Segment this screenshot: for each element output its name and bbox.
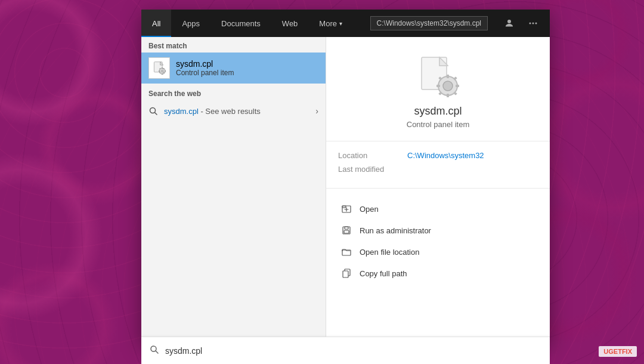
best-match-label: Best match [141, 37, 326, 53]
person-icon-btn[interactable] [500, 14, 519, 33]
detail-value-location[interactable]: C:\Windows\system32 [407, 151, 484, 160]
web-search-text: sysdm.cpl - See web results [164, 107, 309, 116]
web-search-item[interactable]: sysdm.cpl - See web results › [141, 101, 326, 121]
copy-icon [340, 267, 352, 279]
svg-rect-23 [436, 85, 440, 87]
bottom-search-text: sysdm.cpl [165, 346, 202, 356]
arrow-right-icon: › [315, 106, 318, 116]
svg-rect-8 [162, 73, 163, 75]
ellipsis-icon-btn[interactable] [524, 14, 543, 33]
svg-rect-22 [447, 94, 449, 97]
sysdm-large-icon [417, 55, 460, 98]
path-display: C:\Windows\system32\sysdm.cpl [370, 16, 488, 30]
action-open-location-label: Open file location [360, 248, 419, 257]
web-section-label: Search the web [141, 84, 326, 101]
action-copy-path-label: Copy full path [360, 269, 407, 278]
tab-more[interactable]: More ▾ [308, 10, 353, 37]
left-panel: Best match [141, 37, 326, 344]
chevron-down-icon: ▾ [339, 20, 342, 27]
nav-bar: All Apps Documents Web More ▾ C:\Windows… [141, 10, 550, 37]
search-window: All Apps Documents Web More ▾ C:\Windows… [141, 10, 550, 344]
best-match-text: sysdm.cpl Control panel item [176, 59, 234, 77]
detail-row-modified: Last modified [338, 165, 538, 174]
right-details: Location C:\Windows\system32 Last modifi… [326, 141, 550, 189]
main-content: Best match [141, 37, 550, 344]
tab-web[interactable]: Web [271, 10, 309, 37]
svg-point-20 [443, 81, 453, 91]
svg-point-0 [530, 23, 531, 24]
bottom-search-bar: sysdm.cpl [141, 337, 550, 364]
svg-rect-7 [162, 67, 163, 69]
detail-row-location: Location C:\Windows\system32 [338, 151, 538, 160]
search-icon [148, 106, 158, 116]
svg-point-2 [535, 23, 537, 24]
sysdm-icon [148, 57, 170, 79]
action-open-location[interactable]: Open file location [338, 241, 538, 263]
detail-label-location: Location [338, 151, 398, 160]
svg-point-6 [161, 70, 164, 73]
app-subtitle: Control panel item [407, 120, 470, 129]
svg-rect-10 [165, 70, 166, 72]
svg-rect-36 [343, 271, 348, 277]
tab-all[interactable]: All [141, 10, 171, 37]
nav-tabs: All Apps Documents Web More ▾ [141, 10, 370, 37]
magnifier-bottom-icon [150, 345, 159, 354]
svg-point-1 [532, 23, 534, 24]
action-copy-path[interactable]: Copy full path [338, 263, 538, 284]
person-icon [504, 18, 514, 28]
action-run-admin-label: Run as administrator [360, 226, 431, 235]
nav-right [493, 10, 550, 37]
svg-rect-32 [345, 227, 348, 229]
tab-apps[interactable]: Apps [171, 10, 210, 37]
action-run-admin[interactable]: Run as administrator [338, 220, 538, 241]
detail-label-modified: Last modified [338, 165, 398, 174]
action-open[interactable]: Open [338, 198, 538, 220]
ellipsis-icon [528, 18, 538, 28]
open-icon [340, 203, 352, 215]
watermark: UGETFIX [599, 346, 637, 357]
svg-line-38 [156, 351, 158, 353]
svg-rect-33 [344, 230, 349, 233]
cpl-file-icon [152, 61, 166, 75]
svg-rect-30 [342, 206, 346, 208]
shield-icon [340, 224, 352, 236]
right-header: sysdm.cpl Control panel item [326, 37, 550, 141]
tab-documents[interactable]: Documents [210, 10, 271, 37]
best-match-item[interactable]: sysdm.cpl Control panel item [141, 53, 326, 84]
right-panel: sysdm.cpl Control panel item Location C:… [326, 37, 550, 344]
folder-icon [340, 246, 352, 258]
svg-line-16 [155, 113, 157, 115]
best-match-type: Control panel item [176, 69, 234, 77]
action-open-label: Open [360, 205, 379, 214]
bottom-search-icon [150, 345, 159, 356]
svg-rect-21 [447, 75, 449, 78]
best-match-name: sysdm.cpl [176, 59, 234, 69]
svg-rect-24 [456, 85, 459, 87]
app-icon-large [417, 55, 460, 98]
svg-rect-9 [159, 70, 160, 72]
magnifier-icon [149, 107, 157, 115]
app-title: sysdm.cpl [414, 105, 462, 118]
right-actions: Open Run as administrator [326, 189, 550, 294]
